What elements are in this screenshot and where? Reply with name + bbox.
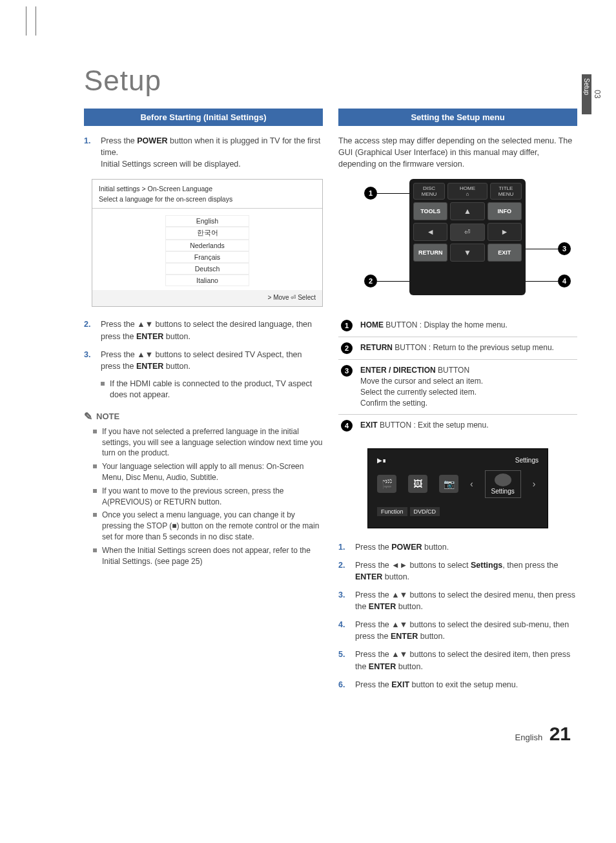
legend-text: EXIT BUTTON : Exit the setup menu.	[360, 420, 489, 431]
tv-icon: 🖼	[408, 475, 427, 493]
langbox-header: Initial settings > On-Screen Language	[92, 180, 322, 194]
note-item: When the Initial Settings screen does no…	[93, 545, 323, 567]
section-bar-setup: Setting the Setup menu	[338, 109, 577, 126]
bullet-icon	[101, 382, 105, 386]
section-bar-initial: Before Starting (Initial Settings)	[84, 109, 323, 126]
step-1: 1. Press the POWER button when it is plu…	[84, 135, 323, 170]
legend-row: 2 RETURN BUTTON : Return to the previous…	[338, 337, 577, 360]
step3-sub: If the HDMI cable is connected to the pr…	[101, 379, 323, 401]
note-icon: ✎	[84, 410, 92, 422]
rstep-1: 1.Press the POWER button.	[338, 541, 577, 553]
rstep-6: 6.Press the EXIT button to exit the setu…	[338, 679, 577, 691]
legend-text: ENTER / DIRECTION BUTTON Move the cursor…	[360, 365, 483, 408]
note-item: If you want to move to the previous scre…	[93, 486, 323, 508]
callout-1: 1	[364, 187, 377, 200]
note-item: Your language selection will apply to al…	[93, 461, 323, 483]
lang-item: Nederlands	[165, 240, 249, 251]
remote-info: INFO	[488, 202, 522, 220]
callout-4: 4	[558, 275, 571, 287]
step-number: 2.	[84, 318, 94, 342]
footer-language: English	[515, 733, 543, 742]
legend-text: HOME BUTTON : Display the home menu.	[360, 320, 508, 331]
tv-icon: 📷	[439, 475, 458, 493]
remote-left-icon: ◄	[413, 223, 447, 241]
lang-item: Italiano	[165, 275, 249, 286]
tv-screen: ▶∎ Settings 🎬 🖼 📷 ‹ Settings › Function	[367, 448, 548, 528]
bullet-icon	[93, 513, 97, 517]
step-text: Press the ▲▼ buttons to select desired T…	[101, 349, 323, 372]
remote-right-icon: ►	[488, 223, 522, 241]
bullet-icon	[93, 489, 97, 493]
play-pause-icon: ▶∎	[377, 457, 386, 464]
tv-icon: 🎬	[377, 475, 396, 493]
left-column: Before Starting (Initial Settings) 1. Pr…	[84, 109, 323, 697]
step-text: Press the POWER button when it is plugge…	[101, 135, 323, 170]
callout-3: 3	[558, 242, 571, 255]
rstep-2: 2.Press the ◄► buttons to select Setting…	[338, 559, 577, 583]
remote-diagram: 1 2 3 4 DISC MENU HOME⌂ TITLE MENU TOOLS…	[351, 179, 564, 302]
rstep-4: 4.Press the ▲▼ buttons to select the des…	[338, 619, 577, 642]
note-list: If you have not selected a preferred lan…	[84, 426, 323, 567]
step-3: 3. Press the ▲▼ buttons to select desire…	[84, 349, 323, 372]
remote-tools: TOOLS	[413, 202, 447, 220]
lang-item: 한국어	[165, 227, 249, 240]
remote-down-icon: ▼	[450, 244, 484, 262]
legend-row: 1 HOME BUTTON : Display the home menu.	[338, 315, 577, 337]
gear-icon	[495, 474, 511, 486]
rstep-3: 3.Press the ▲▼ buttons to select the des…	[338, 589, 577, 612]
bullet-icon	[93, 464, 97, 468]
langbox-sub: Select a language for the on-screen disp…	[92, 194, 322, 209]
chevron-right-icon: ›	[533, 479, 536, 489]
legend-num: 3	[341, 365, 353, 377]
footer-page-number: 21	[549, 723, 571, 744]
step-text: Press the ▲▼ buttons to select the desir…	[101, 318, 323, 342]
note-heading: ✎ NOTE	[84, 410, 323, 422]
tv-selected: Settings	[485, 470, 521, 498]
step-number: 3.	[84, 349, 94, 372]
langbox-footer: > Move ⏎ Select	[92, 290, 322, 306]
remote-enter-icon: ⏎	[450, 224, 484, 241]
remote-home: HOME⌂	[447, 183, 488, 200]
legend-text: RETURN BUTTON : Return to the previous s…	[360, 342, 554, 353]
step-number: 1.	[84, 135, 94, 170]
bullet-icon	[93, 430, 97, 433]
legend-row: 4 EXIT BUTTON : Exit the setup menu.	[338, 415, 577, 437]
note-item: Once you select a menu language, you can…	[93, 510, 323, 542]
lang-item: Français	[165, 251, 249, 263]
callout-2: 2	[364, 275, 377, 287]
language-settings-box: Initial settings > On-Screen Language Se…	[92, 179, 323, 307]
remote-return: RETURN	[413, 244, 447, 262]
rstep-5: 5.Press the ▲▼ buttons to select the des…	[338, 649, 577, 672]
remote-up-icon: ▲	[450, 202, 484, 220]
legend-table: 1 HOME BUTTON : Display the home menu. 2…	[338, 315, 577, 436]
right-column: Setting the Setup menu The access step m…	[338, 109, 577, 697]
remote-exit: EXIT	[488, 244, 522, 262]
remote-title-menu: TITLE MENU	[490, 183, 522, 200]
step-2: 2. Press the ▲▼ buttons to select the de…	[84, 318, 323, 342]
tv-footer: Function DVD/CD	[377, 507, 539, 516]
legend-num: 1	[341, 320, 353, 331]
legend-num: 2	[341, 342, 353, 354]
lang-item: English	[165, 215, 249, 227]
legend-row: 3 ENTER / DIRECTION BUTTON Move the curs…	[338, 360, 577, 414]
lang-item: Deutsch	[165, 263, 249, 275]
bullet-icon	[93, 548, 97, 552]
remote-disc-menu: DISC MENU	[413, 183, 445, 200]
intro-text: The access step may differ depending on …	[338, 135, 577, 170]
language-list: English 한국어 Nederlands Français Deutsch …	[92, 209, 322, 290]
remote-control: DISC MENU HOME⌂ TITLE MENU TOOLS ▲ INFO …	[409, 179, 526, 295]
chevron-left-icon: ‹	[470, 479, 473, 489]
legend-num: 4	[341, 420, 353, 432]
page-footer: English 21	[84, 723, 577, 745]
note-item: If you have not selected a preferred lan…	[93, 426, 323, 459]
tv-settings-label: Settings	[515, 457, 539, 464]
page-title: Setup	[84, 65, 577, 97]
